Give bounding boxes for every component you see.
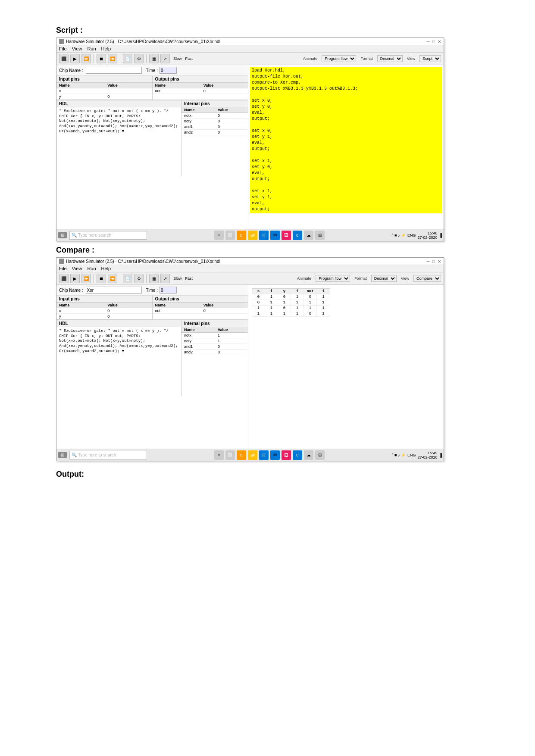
menu-view[interactable]: View [72, 46, 82, 51]
compare-time-input[interactable] [160, 287, 177, 294]
compare-and1-name: and1 [181, 344, 215, 350]
compare-left-panel: Chip Name : Time : Input pins Name V [56, 285, 248, 449]
input-name-col: Name [56, 83, 105, 88]
table-row: out 0 [153, 308, 248, 314]
taskbar2-icon-apps[interactable]: ⊞ [315, 450, 325, 460]
taskbar2-icon-store[interactable]: 🛒 [259, 450, 269, 460]
compare-minimize-button[interactable]: ─ [427, 259, 430, 264]
time-input[interactable] [160, 67, 177, 74]
compare-hdl-area: HDL * Exclusive-or gate: * out = not ( x… [56, 320, 248, 396]
toolbar-sep2 [120, 54, 120, 63]
taskbar-icon-store[interactable]: 🛒 [259, 231, 269, 240]
taskbar-search-1[interactable]: 🔍 Type here search [69, 231, 147, 240]
toolbar-logo[interactable]: ⬛ [59, 54, 69, 63]
compare-output-name-col: Name [153, 303, 201, 308]
script-titlebar: Hardware Simulator (2.5) - C:\Users\HP\D… [56, 38, 444, 45]
fast-label: Fast [185, 56, 193, 61]
taskbar-icon-edge[interactable]: e [293, 231, 302, 240]
internal-pins-header: Internal pins [181, 100, 248, 107]
taskbar-icon-photos[interactable]: 🖼 [282, 231, 291, 240]
toolbar-fast-forward[interactable]: ⏩ [81, 54, 91, 63]
search-icon-2: 🔍 [72, 453, 77, 457]
toolbar-script[interactable]: 📄 [123, 54, 132, 63]
compare-input-pins-panel: Input pins Name Value x [56, 296, 153, 319]
window-controls[interactable]: ─ □ ✕ [427, 39, 441, 44]
compare-toolbar-logo[interactable]: ⬛ [59, 274, 69, 283]
toolbar-run[interactable]: ▶ [70, 54, 80, 63]
taskbar-icon-circle[interactable]: ○ [214, 231, 224, 240]
taskbar2-icon-cloud[interactable]: ☁ [304, 450, 313, 460]
taskbar-show-desktop-2[interactable]: ▐ [439, 453, 442, 457]
maximize-button[interactable]: □ [432, 39, 435, 44]
compare-section-title: Compare : [56, 246, 501, 255]
toolbar-settings[interactable]: ⚙ [134, 54, 144, 63]
output-value-col: Value [201, 83, 248, 88]
close-button[interactable]: ✕ [438, 39, 441, 44]
compare-window-controls[interactable]: ─ □ ✕ [427, 259, 441, 264]
compare-menu-run[interactable]: Run [87, 266, 96, 271]
taskbar-icon-folder[interactable]: 📁 [248, 231, 257, 240]
view-select[interactable]: Script [419, 55, 441, 62]
compare-toolbar-fast-forward[interactable]: ⏩ [81, 274, 91, 283]
chip-name-label: Chip Name : [59, 68, 83, 73]
compare-maximize-button[interactable]: □ [432, 259, 435, 264]
compare-toolbar-table[interactable]: ▦ [149, 274, 159, 283]
compare-view-select[interactable]: Compare [413, 275, 441, 282]
taskbar-icon-mail[interactable]: ✉ [270, 231, 280, 240]
table-row: 0 1 0 1 0 1 [252, 294, 330, 300]
compare-header-y: y [278, 289, 291, 294]
minimize-button[interactable]: ─ [427, 39, 430, 44]
taskbar2-icon-mail[interactable]: ✉ [270, 450, 280, 460]
start-button-2[interactable]: ⊞ [58, 452, 67, 458]
data-cell: 1 [252, 306, 265, 311]
compare-close-button[interactable]: ✕ [438, 259, 441, 264]
compare-toolbar-settings[interactable]: ⚙ [134, 274, 144, 283]
taskbar-search-2[interactable]: 🔍 Type here to search [69, 451, 147, 459]
pin-name-y: y [56, 94, 105, 100]
menu-run[interactable]: Run [87, 46, 96, 51]
compare-noty-value: 1 [215, 338, 248, 344]
toolbar-arrow[interactable]: ↗ [160, 54, 170, 63]
toolbar-stop[interactable]: ⏹ [97, 54, 106, 63]
compare-menu-help[interactable]: Help [101, 266, 111, 271]
compare-and2-value: 0 [215, 350, 248, 355]
toolbar-rewind[interactable]: ⏪ [108, 54, 117, 63]
taskbar-icon-search2[interactable]: ⬜ [225, 231, 235, 240]
taskbar2-icon-edge[interactable]: e [293, 450, 302, 460]
compare-animate-select[interactable]: Program flow [316, 275, 350, 282]
menu-help[interactable]: Help [101, 46, 111, 51]
taskbar2-icon-ie[interactable]: e [237, 450, 246, 460]
taskbar-show-desktop-1[interactable]: ▐ [439, 233, 442, 237]
compare-format-label: Format [354, 276, 367, 281]
date-display-2: 27-02-2020 [418, 455, 438, 459]
animate-select[interactable]: Program flow [322, 55, 356, 62]
chip-name-input[interactable] [86, 67, 142, 74]
time-label: Time : [146, 68, 158, 73]
taskbar-icon-cloud[interactable]: ☁ [304, 231, 313, 240]
data-cell: 1 [278, 311, 291, 316]
compare-format-select[interactable]: Decimal [371, 275, 397, 282]
menu-file[interactable]: File [59, 46, 67, 51]
start-button-1[interactable]: ⊞ [58, 232, 67, 238]
compare-toolbar-run[interactable]: ▶ [70, 274, 80, 283]
taskbar2-icon-circle[interactable]: ○ [214, 450, 224, 460]
compare-toolbar-arrow[interactable]: ↗ [160, 274, 170, 283]
taskbar-1: ⊞ 🔍 Type here search ○ ⬜ e 📁 🛒 ✉ 🖼 e ☁ ⊞… [56, 229, 444, 241]
taskbar2-icon-folder[interactable]: 📁 [248, 450, 257, 460]
table-row: and2 0 [181, 130, 248, 135]
format-select[interactable]: Decimal [377, 55, 403, 62]
compare-hdl-code[interactable]: * Exclusive-or gate: * out = not ( x == … [56, 327, 181, 396]
compare-menu-view[interactable]: View [72, 266, 82, 271]
toolbar-table[interactable]: ▦ [149, 54, 159, 63]
taskbar2-icon-search2[interactable]: ⬜ [225, 450, 235, 460]
taskbar2-icon-photos[interactable]: 🖼 [282, 450, 291, 460]
taskbar-icon-ie[interactable]: e [237, 231, 246, 240]
taskbar-icon-apps[interactable]: ⊞ [315, 231, 325, 240]
compare-chip-name-input[interactable] [86, 287, 142, 294]
compare-toolbar-script[interactable]: 📄 [123, 274, 132, 283]
compare-toolbar-rewind[interactable]: ⏪ [108, 274, 117, 283]
hdl-code[interactable]: * Exclusive-or gate: * out = not ( x == … [56, 107, 181, 176]
compare-toolbar-stop[interactable]: ⏹ [97, 274, 106, 283]
compare-menu-file[interactable]: File [59, 266, 67, 271]
compare-header-out: out [304, 289, 317, 294]
